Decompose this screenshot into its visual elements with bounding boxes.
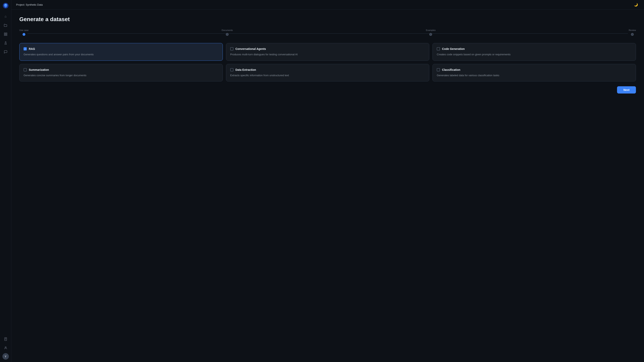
app-header: Project: Synthetic Data 🌙 xyxy=(11,0,644,10)
card-class-header: Classification xyxy=(437,68,632,71)
step-use-case: Use case xyxy=(19,29,28,36)
step-review-label: Review xyxy=(629,29,636,31)
card-conv-title: Conversational Agents xyxy=(236,47,266,50)
theme-toggle-button[interactable]: 🌙 xyxy=(633,1,639,8)
project-title: Project: Synthetic Data xyxy=(16,3,43,6)
step-review: Review xyxy=(629,29,636,36)
next-button[interactable]: Next xyxy=(617,86,636,93)
step-use-case-dot xyxy=(22,33,25,36)
sidebar-experiments[interactable] xyxy=(2,39,9,47)
use-case-card-rag[interactable]: ✓ RAG Generates questions and answer pai… xyxy=(19,43,223,61)
step-documents-label: Documents xyxy=(222,29,233,31)
card-summ-description: Generates concise summaries from longer … xyxy=(24,73,218,77)
card-class-title: Classification xyxy=(442,68,460,71)
svg-rect-5 xyxy=(6,34,7,35)
card-conv-description: Produces multi-turn dialogues for testin… xyxy=(230,52,425,56)
stepper: Use case Documents Examples Review xyxy=(19,29,636,36)
step-use-case-label: Use case xyxy=(19,29,28,31)
card-code-header: Code Generation xyxy=(437,47,632,50)
card-rag-description: Generates questions and answer pairs fro… xyxy=(24,52,218,56)
page-content: Generate a dataset Use case Documents Ex… xyxy=(11,10,644,362)
step-examples-dot xyxy=(429,33,432,36)
card-extract-description: Extracts specific information from unstr… xyxy=(230,73,425,77)
stepper-steps: Use case Documents Examples Review xyxy=(19,29,636,36)
card-rag-title: RAG xyxy=(29,47,35,50)
step-examples: Examples xyxy=(426,29,436,36)
svg-point-11 xyxy=(5,347,6,348)
step-review-dot xyxy=(631,33,634,36)
sidebar-chat[interactable] xyxy=(2,48,9,55)
use-case-card-summarization[interactable]: Summarization Generates concise summarie… xyxy=(19,64,223,82)
step-documents: Documents xyxy=(222,29,233,36)
card-code-description: Creates code snippets based on given pro… xyxy=(437,52,632,56)
card-conv-checkbox xyxy=(230,47,234,50)
card-conv-header: Conversational Agents xyxy=(230,47,425,50)
svg-rect-3 xyxy=(6,33,7,34)
sidebar-home[interactable]: ⌂ xyxy=(2,13,9,20)
main-content: Project: Synthetic Data 🌙 Generate a dat… xyxy=(11,0,644,362)
use-case-card-classification[interactable]: Classification Generates labeled data fo… xyxy=(432,64,636,82)
page-title: Generate a dataset xyxy=(19,16,636,22)
step-examples-label: Examples xyxy=(426,29,436,31)
step-documents-dot xyxy=(226,33,228,36)
card-class-description: Generates labeled data for various class… xyxy=(437,73,632,77)
card-rag-checkbox: ✓ xyxy=(24,47,27,50)
sidebar-datasets[interactable] xyxy=(2,30,9,38)
user-avatar[interactable]: Y xyxy=(2,353,9,360)
card-class-checkbox xyxy=(437,68,440,71)
sidebar-logs[interactable] xyxy=(2,336,9,343)
svg-rect-4 xyxy=(4,34,5,35)
actions-row: Next xyxy=(19,86,636,93)
card-summ-checkbox xyxy=(24,68,27,71)
svg-rect-2 xyxy=(4,33,5,34)
app-logo[interactable] xyxy=(2,2,9,9)
card-extract-checkbox xyxy=(230,68,234,71)
sidebar-files[interactable] xyxy=(2,22,9,29)
card-summ-header: Summarization xyxy=(24,68,218,71)
card-extract-header: Data Extraction xyxy=(230,68,425,71)
card-extract-title: Data Extraction xyxy=(236,68,256,71)
card-code-title: Code Generation xyxy=(442,47,465,50)
use-case-card-data-extraction[interactable]: Data Extraction Extracts specific inform… xyxy=(226,64,430,82)
card-code-checkbox xyxy=(437,47,440,50)
use-case-card-conversational-agents[interactable]: Conversational Agents Produces multi-tur… xyxy=(226,43,430,61)
use-case-card-code-generation[interactable]: Code Generation Creates code snippets ba… xyxy=(432,43,636,61)
card-summ-title: Summarization xyxy=(29,68,49,71)
sidebar: ⌂ Y xyxy=(0,0,11,362)
sidebar-profile-link[interactable] xyxy=(2,344,9,352)
card-rag-header: ✓ RAG xyxy=(24,47,218,50)
use-case-cards-grid: ✓ RAG Generates questions and answer pai… xyxy=(19,43,636,81)
svg-point-1 xyxy=(5,4,6,6)
